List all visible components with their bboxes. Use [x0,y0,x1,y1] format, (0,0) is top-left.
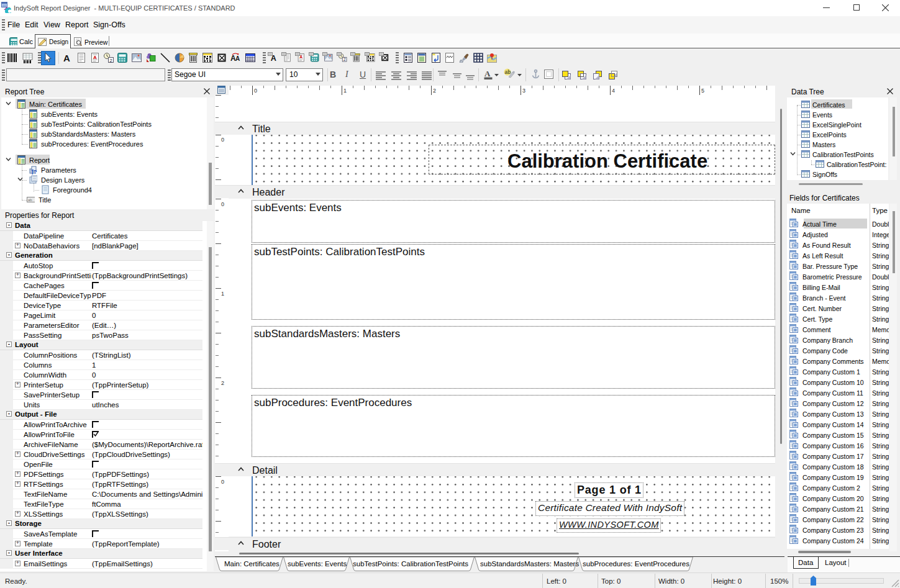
svg-text:2: 2 [343,57,346,61]
svg-text:A: A [484,69,491,78]
svg-text:2: 2 [110,58,112,63]
svg-text:A: A [63,53,70,63]
svg-text:A: A [93,55,97,60]
svg-text:ab: ab [505,69,511,75]
svg-text:[?]: [?] [32,169,37,174]
svg-text:ab: ab [28,198,32,202]
svg-text:A: A [235,55,240,62]
